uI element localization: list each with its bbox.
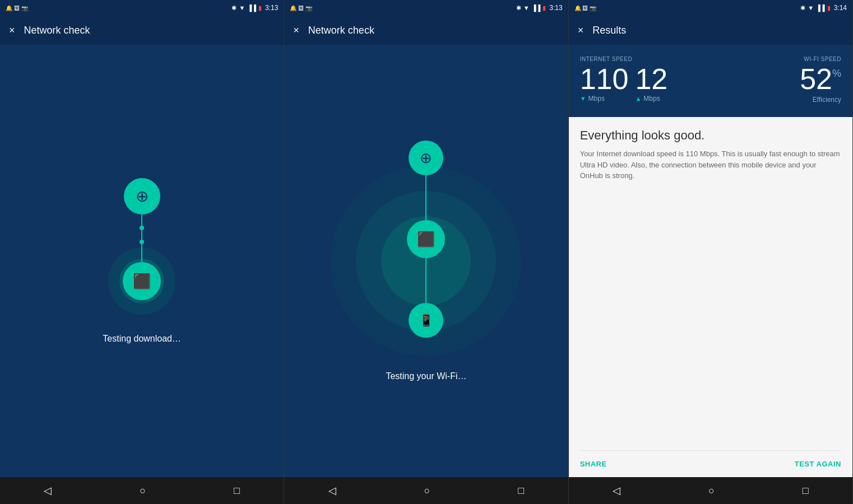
main-content-2: ⊕ ⬛ 📱 Testing your Wi-Fi…: [284, 45, 568, 477]
notification-icon: 🔔 🖼 📷: [6, 5, 28, 11]
status-bar-right-3: ✱ ▼ ▐▐ ▮ 3:14: [800, 4, 847, 12]
back-button-3[interactable]: ◁: [601, 480, 632, 501]
close-button-1[interactable]: ×: [9, 25, 15, 36]
home-button-2[interactable]: ○: [413, 480, 442, 501]
upload-speed: 12 ▲ Mbps: [635, 64, 667, 102]
nav-bar-3: ◁ ○ □: [569, 477, 852, 504]
home-button-3[interactable]: ○: [697, 480, 726, 501]
bluetooth-icon: ✱: [231, 4, 237, 12]
recents-button-1[interactable]: □: [222, 480, 251, 501]
results-heading: Everything looks good.: [580, 128, 841, 143]
download-value: 110: [580, 64, 629, 94]
home-button-1[interactable]: ○: [128, 480, 157, 501]
upload-value: 12: [635, 64, 667, 94]
wifi-nodes: ⊕ ⬛ 📱: [407, 141, 445, 338]
internet-speed-label: INTERNET SPEED: [580, 56, 668, 62]
network-diagram-1: ⊕ ⬛ Testing download…: [0, 45, 284, 477]
phone-icon: 📱: [419, 314, 433, 327]
status-bar-2: 🔔 🖼 📷 ✱ ▼ ▐▐ ▮ 3:13: [284, 0, 568, 16]
status-bar-right-2: ✱ ▼ ▐▐ ▮ 3:13: [516, 4, 563, 12]
bluetooth-icon-3: ✱: [800, 4, 805, 12]
phone-node: 📱: [409, 303, 443, 338]
app-title-2: Network check: [308, 25, 374, 36]
time-display-2: 3:13: [549, 4, 562, 12]
bluetooth-icon-2: ✱: [516, 4, 521, 12]
status-text-1: Testing download…: [103, 334, 181, 344]
router-icon-2: ⬛: [417, 231, 435, 248]
battery-icon-2: ▮: [543, 4, 546, 12]
router-icon: ⬛: [133, 273, 151, 290]
upload-unit: Mbps: [643, 95, 660, 102]
signal-icon-3: ▐▐: [816, 4, 825, 11]
nav-bar-1: ◁ ○ □: [0, 477, 284, 504]
app-bar-2: × Network check: [284, 16, 568, 45]
app-bar-1: × Network check: [0, 16, 284, 45]
signal-icon: ▐▐: [247, 4, 256, 11]
status-bar-1: 🔔 🖼 📷 ✱ ▼ ▐▐ ▮ 3:13: [0, 0, 284, 16]
router-glow-container: ⬛: [123, 262, 161, 300]
efficiency-value: 52: [800, 64, 832, 94]
battery-icon-3: ▮: [827, 4, 831, 12]
wifi-diagram-container: ⊕ ⬛ 📱 Testing your Wi-Fi…: [284, 45, 568, 477]
wifi-speed-section: WI-FI SPEED 52 % Efficiency: [754, 56, 841, 104]
status-bar-left-icons: 🔔 🖼 📷: [6, 5, 28, 11]
speed-values: 110 ▼ Mbps 12 ▲ Mbps: [580, 64, 668, 102]
panel-2: 🔔 🖼 📷 ✱ ▼ ▐▐ ▮ 3:13 × Network check: [284, 0, 568, 504]
back-button-2[interactable]: ◁: [317, 480, 347, 501]
download-unit: Mbps: [588, 95, 605, 102]
close-button-2[interactable]: ×: [293, 25, 299, 36]
panel-1: 🔔 🖼 📷 ✱ ▼ ▐▐ ▮ 3:13 × Network check ⊕: [0, 0, 284, 504]
time-display: 3:13: [265, 4, 278, 12]
status-text-2: Testing your Wi-Fi…: [386, 371, 466, 381]
internet-speed-section: INTERNET SPEED 110 ▼ Mbps 12 ▲: [580, 56, 668, 102]
wifi-icon-3: ▼: [808, 4, 814, 11]
signal-icon-2: ▐▐: [532, 4, 541, 11]
globe-icon-2: ⊕: [420, 150, 432, 167]
connector-line-1: [141, 214, 142, 262]
download-speed: 110 ▼ Mbps: [580, 64, 629, 102]
app-bar-3: × Results: [569, 16, 852, 45]
metrics-area: INTERNET SPEED 110 ▼ Mbps 12 ▲: [569, 45, 852, 117]
back-button-1[interactable]: ◁: [33, 480, 63, 501]
status-bar-3: 🔔 🖼 📷 ✱ ▼ ▐▐ ▮ 3:14: [569, 0, 852, 16]
globe-icon: ⊕: [136, 187, 149, 206]
status-bar-right: ✱ ▼ ▐▐ ▮ 3:13: [231, 4, 278, 12]
recents-button-3[interactable]: □: [791, 480, 820, 501]
recents-button-2[interactable]: □: [507, 480, 535, 501]
connector-dot-1: [140, 226, 144, 230]
diagram-container-1: ⊕ ⬛: [123, 178, 161, 300]
wifi-icon-2: ▼: [523, 4, 530, 11]
status-bar-left-2: 🔔 🖼 📷: [290, 5, 312, 11]
globe-node: ⊕: [124, 178, 160, 214]
battery-icon: ▮: [258, 4, 262, 12]
wifi-icon: ▼: [239, 4, 245, 11]
globe-node-2: ⊕: [409, 141, 443, 175]
app-title-1: Network check: [24, 25, 90, 36]
share-button[interactable]: SHARE: [580, 460, 607, 468]
efficiency-percent: %: [832, 68, 841, 80]
results-description: Your Internet download speed is 110 Mbps…: [580, 148, 841, 446]
download-unit-row: ▼ Mbps: [580, 95, 629, 102]
upload-arrow: ▲: [635, 95, 641, 102]
status-bar-left-3: 🔔 🖼 📷: [574, 5, 597, 11]
notification-icon-2: 🔔 🖼 📷: [290, 5, 312, 11]
close-button-3[interactable]: ×: [578, 25, 584, 36]
connector-2: [425, 175, 426, 220]
nav-bar-2: ◁ ○ □: [284, 477, 568, 504]
app-title-3: Results: [592, 25, 626, 36]
results-body: Everything looks good. Your Internet dow…: [569, 117, 852, 477]
notification-icon-3: 🔔 🖼 📷: [574, 5, 597, 11]
wifi-speed-label: WI-FI SPEED: [804, 56, 841, 62]
efficiency-row: 52 %: [800, 64, 841, 94]
connector-dot-2: [140, 240, 144, 244]
results-actions: SHARE TEST AGAIN: [580, 450, 841, 468]
main-content-1: ⊕ ⬛ Testing download…: [0, 45, 284, 477]
upload-unit-row: ▲ Mbps: [635, 95, 667, 102]
metrics-grid: INTERNET SPEED 110 ▼ Mbps 12 ▲: [580, 56, 841, 104]
download-arrow: ▼: [580, 95, 586, 102]
connector-2b: [425, 258, 426, 303]
efficiency-label: Efficiency: [813, 96, 841, 104]
test-again-button[interactable]: TEST AGAIN: [795, 460, 841, 468]
panel-3: 🔔 🖼 📷 ✱ ▼ ▐▐ ▮ 3:14 × Results INTERNET S…: [569, 0, 853, 504]
router-node: ⬛: [123, 262, 161, 300]
